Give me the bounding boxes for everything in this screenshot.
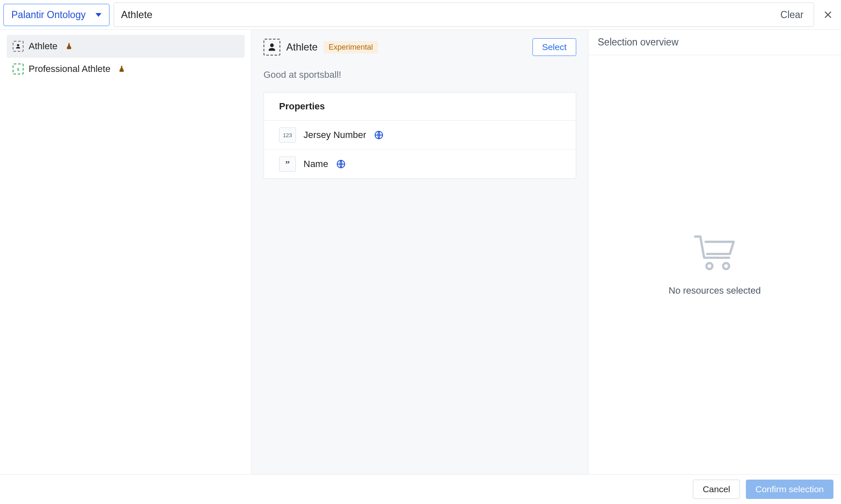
close-button[interactable]	[818, 5, 838, 24]
ontology-selector-label: Palantir Ontology	[11, 9, 85, 21]
type-item-label: Athlete	[29, 41, 58, 52]
confirm-button[interactable]: Confirm selection	[746, 480, 833, 499]
type-item-professional-athlete[interactable]: $ Professional Athlete	[7, 58, 245, 80]
select-button[interactable]: Select	[532, 38, 576, 56]
footer: Cancel Confirm selection	[0, 474, 841, 504]
properties-header: Properties	[264, 93, 576, 121]
detail-panel: Athlete Experimental Select Good at spor…	[252, 30, 588, 474]
svg-point-3	[706, 263, 712, 269]
close-icon	[823, 10, 833, 19]
flask-icon	[118, 65, 125, 73]
detail-title: Athlete	[286, 41, 318, 53]
detail-header: Athlete Experimental Select	[263, 38, 576, 56]
selection-title: Selection overview	[588, 30, 841, 55]
globe-icon	[374, 130, 384, 140]
type-item-athlete[interactable]: Athlete	[7, 35, 245, 58]
number-type-icon: 123	[279, 127, 296, 143]
property-label: Name	[303, 159, 328, 170]
chevron-down-icon	[96, 13, 101, 17]
clear-button[interactable]: Clear	[774, 9, 809, 21]
selection-empty-message: No resources selected	[669, 285, 761, 296]
property-row[interactable]: ” Name	[264, 150, 576, 178]
cancel-button[interactable]: Cancel	[693, 480, 740, 499]
type-list: Athlete $ Professional Athlete	[0, 30, 252, 474]
string-type-icon: ”	[279, 157, 296, 172]
selection-empty-state: No resources selected	[588, 55, 841, 474]
selection-panel: Selection overview No resources selected	[588, 30, 841, 474]
person-dashed-icon	[13, 41, 24, 52]
main-columns: Athlete $ Professional Athlete Athlete E…	[0, 30, 841, 474]
property-row[interactable]: 123 Jersey Number	[264, 121, 576, 150]
type-item-label: Professional Athlete	[29, 64, 110, 74]
globe-icon	[336, 159, 346, 169]
topbar: Palantir Ontology Clear	[0, 0, 841, 30]
dollar-dashed-icon: $	[13, 64, 24, 74]
property-label: Jersey Number	[303, 130, 366, 141]
experimental-badge: Experimental	[324, 41, 378, 53]
cart-icon	[692, 233, 738, 273]
svg-point-4	[723, 263, 729, 269]
flask-icon	[65, 42, 73, 50]
person-dashed-icon	[263, 39, 280, 56]
svg-text:$: $	[17, 67, 19, 72]
detail-description: Good at sportsball!	[263, 69, 576, 80]
ontology-selector[interactable]: Palantir Ontology	[3, 4, 109, 26]
search-input[interactable]	[118, 5, 774, 24]
properties-card: Properties 123 Jersey Number ” Name	[263, 92, 576, 179]
search-field-wrap: Clear	[114, 3, 814, 27]
